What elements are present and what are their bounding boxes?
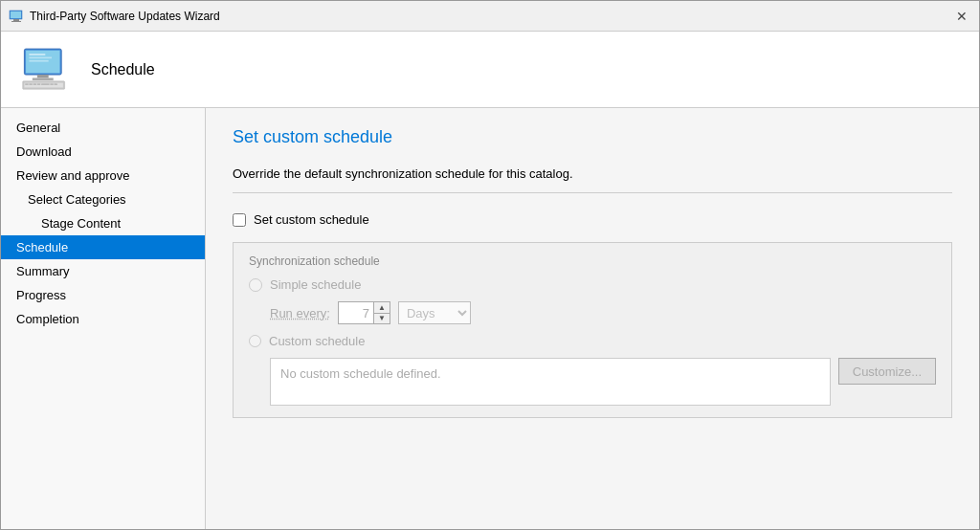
run-every-label: Run every: [270, 306, 330, 320]
custom-schedule-row: Custom schedule [249, 334, 936, 348]
page-title: Set custom schedule [233, 127, 952, 147]
svg-rect-16 [37, 83, 40, 85]
svg-rect-18 [50, 83, 53, 85]
svg-rect-8 [29, 59, 48, 61]
sidebar-item-select-categories[interactable]: Select Categories [1, 188, 205, 211]
sidebar-item-completion[interactable]: Completion [1, 307, 205, 331]
no-schedule-area: No custom schedule defined. Customize... [270, 358, 936, 406]
no-schedule-text: No custom schedule defined. [280, 366, 441, 381]
svg-rect-15 [33, 83, 36, 85]
svg-rect-13 [25, 83, 28, 85]
days-select[interactable]: Days Hours Minutes [398, 301, 471, 324]
svg-rect-3 [11, 21, 21, 22]
title-bar: Third-Party Software Updates Wizard ✕ [1, 1, 979, 32]
spinner-buttons: ▲ ▼ [373, 302, 390, 323]
no-schedule-box: No custom schedule defined. [270, 358, 831, 406]
sidebar: General Download Review and approve Sele… [1, 108, 206, 529]
header-title: Schedule [91, 61, 155, 78]
header-section: Schedule [1, 32, 979, 108]
main-window: Third-Party Software Updates Wizard ✕ [0, 0, 980, 530]
svg-rect-7 [29, 56, 52, 58]
close-button[interactable]: ✕ [952, 7, 971, 26]
spinner-down-button[interactable]: ▼ [374, 313, 390, 323]
svg-rect-6 [29, 54, 45, 55]
simple-schedule-radio[interactable] [249, 278, 262, 292]
custom-schedule-label[interactable]: Custom schedule [269, 334, 365, 348]
run-every-row: Run every: ▲ ▼ Days Hours Minutes [270, 301, 936, 324]
main-content: General Download Review and approve Sele… [1, 108, 979, 529]
spinner-up-button[interactable]: ▲ [374, 302, 390, 313]
svg-rect-17 [41, 83, 49, 85]
set-custom-schedule-row: Set custom schedule [233, 212, 952, 227]
svg-rect-1 [11, 11, 21, 18]
simple-schedule-label[interactable]: Simple schedule [270, 277, 361, 292]
sidebar-item-general[interactable]: General [1, 116, 205, 140]
svg-rect-14 [29, 83, 32, 85]
description-text: Override the default synchronization sch… [233, 166, 952, 181]
checkbox-label[interactable]: Set custom schedule [254, 212, 369, 227]
window-title: Third-Party Software Updates Wizard [30, 10, 952, 23]
content-area: Set custom schedule Override the default… [206, 108, 979, 529]
divider [233, 192, 952, 193]
svg-rect-19 [55, 83, 57, 85]
group-legend: Synchronization schedule [249, 254, 936, 268]
header-computer-icon [16, 44, 78, 96]
svg-rect-9 [37, 75, 49, 77]
sidebar-item-review-approve[interactable]: Review and approve [1, 164, 205, 188]
customize-button[interactable]: Customize... [838, 358, 936, 385]
simple-schedule-row: Simple schedule [249, 277, 936, 292]
schedule-group: Synchronization schedule Simple schedule… [233, 242, 952, 418]
spinner-input[interactable] [339, 306, 373, 320]
svg-rect-10 [33, 77, 54, 80]
svg-rect-2 [13, 19, 19, 21]
set-custom-schedule-checkbox[interactable] [233, 213, 246, 227]
sidebar-item-progress[interactable]: Progress [1, 283, 205, 307]
window-icon [9, 9, 24, 24]
custom-schedule-radio[interactable] [249, 335, 261, 347]
run-every-spinner: ▲ ▼ [338, 301, 390, 324]
sidebar-item-summary[interactable]: Summary [1, 259, 205, 283]
sidebar-item-stage-content[interactable]: Stage Content [1, 211, 205, 235]
sidebar-item-schedule[interactable]: Schedule [1, 235, 205, 259]
sidebar-item-download[interactable]: Download [1, 140, 205, 164]
